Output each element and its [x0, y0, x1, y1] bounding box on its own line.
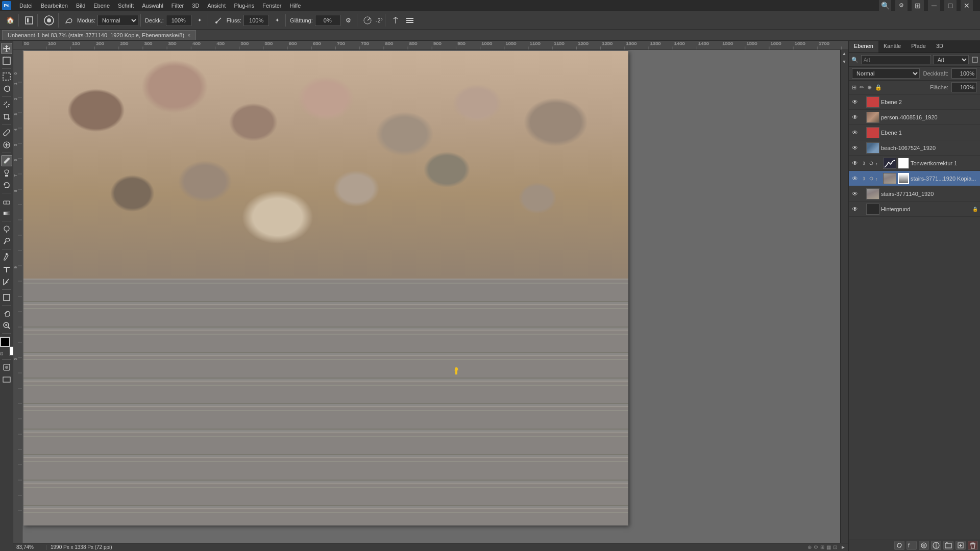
layer-visibility-beach[interactable]: 👁: [851, 144, 859, 152]
flow-input[interactable]: [243, 15, 269, 26]
layer-link-button[interactable]: [894, 541, 904, 550]
tab-ebenen[interactable]: Ebenen: [849, 41, 878, 53]
layer-item-hintergrund[interactable]: 👁 Hintergrund 🔒: [849, 202, 980, 217]
document-tab-close[interactable]: ×: [187, 33, 190, 38]
tool-crop[interactable]: [1, 111, 12, 122]
arrange-button[interactable]: ⊞: [912, 0, 924, 12]
workspace-button[interactable]: ⚙: [895, 0, 908, 12]
layer-item-beach[interactable]: 👁 beach-1067524_1920: [849, 140, 980, 156]
menu-datei[interactable]: Datei: [15, 2, 37, 10]
layer-opacity-input[interactable]: [951, 68, 977, 79]
tool-lasso[interactable]: [1, 83, 12, 94]
layers-search-input[interactable]: [861, 55, 931, 64]
tool-preset-picker[interactable]: [23, 14, 35, 27]
lock-transparent-icon[interactable]: ⊞: [852, 84, 856, 91]
smoothing-options-icon[interactable]: ⚙: [342, 14, 355, 27]
lock-all-icon[interactable]: 🔒: [875, 84, 882, 91]
tool-zoom[interactable]: [1, 320, 12, 331]
menu-auswahl[interactable]: Auswahl: [138, 2, 167, 10]
lock-image-icon[interactable]: ✏: [860, 84, 864, 91]
tool-magic-wand[interactable]: [1, 99, 12, 110]
airbrush-icon[interactable]: [212, 14, 225, 27]
layer-mask-button[interactable]: [919, 541, 929, 550]
opacity-input[interactable]: [166, 15, 191, 26]
tab-kanaele[interactable]: Kanäle: [878, 41, 906, 53]
layer-visibility-tonwert[interactable]: 👁: [851, 159, 859, 167]
tool-eraser[interactable]: [1, 195, 12, 207]
layer-visibility-stairs-orig[interactable]: 👁: [851, 190, 859, 198]
tool-text[interactable]: [1, 264, 12, 275]
status-icon-5[interactable]: ⊡: [833, 544, 837, 550]
tool-hand[interactable]: [1, 308, 12, 319]
tool-eyedropper[interactable]: [1, 127, 12, 138]
menu-ebene[interactable]: Ebene: [89, 2, 114, 10]
mode-select[interactable]: Normal: [97, 15, 138, 26]
tool-pen[interactable]: [1, 252, 12, 263]
layer-fill-input[interactable]: [951, 82, 977, 92]
document-tab[interactable]: Unbenannt-1 bei 83,7% (stairs-3771140_19…: [2, 30, 196, 40]
canvas-container[interactable]: [22, 50, 848, 543]
pressure-flow-icon[interactable]: ✦: [271, 14, 283, 27]
menu-schrift[interactable]: Schrift: [114, 2, 138, 10]
status-icon-4[interactable]: ▦: [826, 544, 831, 550]
tool-gradient[interactable]: [1, 208, 12, 219]
canvas-image[interactable]: [23, 51, 628, 525]
maximize-button[interactable]: □: [944, 0, 957, 12]
extra-options-icon[interactable]: [404, 14, 416, 27]
layer-item-person[interactable]: 👁 person-4008516_1920: [849, 110, 980, 125]
layer-visibility-ebene2[interactable]: 👁: [851, 98, 859, 106]
layer-link-icon-tonwert[interactable]: [861, 160, 867, 166]
tool-move[interactable]: [1, 43, 12, 54]
tool-screen-mode[interactable]: [1, 374, 12, 385]
layer-item-ebene1[interactable]: 👁 Ebene 1: [849, 125, 980, 140]
search-button[interactable]: 🔍: [879, 0, 891, 12]
tool-artboard[interactable]: [1, 55, 12, 66]
smoothing-input[interactable]: [315, 15, 340, 26]
menu-ansicht[interactable]: Ansicht: [203, 2, 230, 10]
pressure-opacity-icon[interactable]: ✦: [193, 14, 206, 27]
tool-path-select[interactable]: [1, 276, 12, 287]
layer-link-icon-stairs-kopie[interactable]: [861, 175, 867, 182]
close-button[interactable]: ✕: [961, 0, 973, 12]
status-icon-3[interactable]: ⊞: [820, 544, 824, 550]
layer-style-button[interactable]: f: [906, 541, 917, 550]
tool-brush[interactable]: [1, 155, 12, 166]
menu-filter[interactable]: Filter: [167, 2, 188, 10]
layers-filter-type[interactable]: Art Name Effekt: [933, 55, 969, 64]
layer-blend-mode-select[interactable]: Normal: [852, 68, 920, 79]
layer-kind-filter-normal[interactable]: [971, 55, 979, 65]
layer-clipmask-icon-tonwert[interactable]: [868, 160, 874, 166]
tool-blur[interactable]: [1, 223, 12, 235]
layer-clipmask-icon-stairs-kopie[interactable]: [868, 175, 874, 182]
tool-select[interactable]: [1, 71, 12, 82]
minimize-button[interactable]: ─: [928, 0, 940, 12]
menu-hilfe[interactable]: Hilfe: [285, 2, 305, 10]
tool-healer[interactable]: [1, 139, 12, 151]
layer-adjustment-button[interactable]: [931, 541, 941, 550]
scroll-up-button[interactable]: ▲: [841, 50, 848, 57]
reset-colors-icon[interactable]: ⊡: [0, 352, 4, 356]
symmetry-icon[interactable]: [389, 14, 402, 27]
status-icon-2[interactable]: ⚙: [814, 544, 818, 550]
layer-item-stairs-kopie[interactable]: 👁 f stairs-3771...1920 Kopia...: [849, 171, 980, 186]
layer-visibility-person[interactable]: 👁: [851, 113, 859, 121]
tool-quick-mask[interactable]: [1, 362, 12, 373]
menu-bearbeiten[interactable]: Bearbeiten: [37, 2, 72, 10]
tool-stamp[interactable]: [1, 167, 12, 179]
layer-visibility-ebene1[interactable]: 👁: [851, 129, 859, 137]
layer-effect-icon-stairs-kopie[interactable]: f: [875, 175, 881, 182]
menu-bild[interactable]: Bild: [72, 2, 89, 10]
layer-item-ebene2[interactable]: 👁 Ebene 2: [849, 94, 980, 110]
delete-layer-button[interactable]: [968, 541, 978, 550]
tool-history-brush[interactable]: [1, 180, 12, 191]
layer-visibility-stairs-kopie[interactable]: 👁: [851, 174, 859, 183]
layer-visibility-hintergrund[interactable]: 👁: [851, 205, 859, 213]
menu-3d[interactable]: 3D: [188, 2, 203, 10]
foreground-color[interactable]: [0, 337, 10, 347]
tab-pfade[interactable]: Pfade: [906, 41, 931, 53]
brush-preset-button[interactable]: [42, 13, 56, 28]
scroll-down-button[interactable]: ▼: [841, 58, 848, 65]
home-button[interactable]: 🏠: [4, 14, 16, 27]
tool-dodge[interactable]: [1, 236, 12, 247]
menu-plugins[interactable]: Plug-ins: [230, 2, 258, 10]
